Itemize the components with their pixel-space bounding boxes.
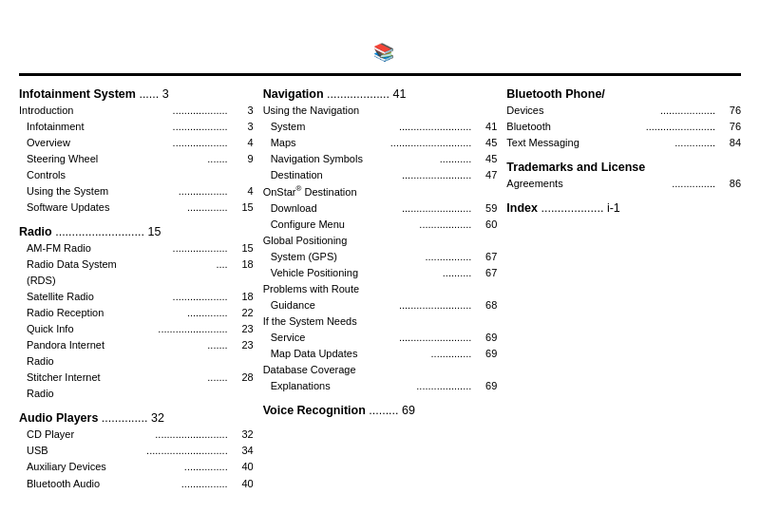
toc-entry: Agreements ...............86 — [506, 176, 741, 192]
entry-label: System (GPS) — [263, 249, 371, 265]
entry-label: Radio Reception — [19, 305, 127, 321]
toc-entry: Using the Navigation — [263, 103, 498, 119]
entry-label: AM-FM Radio — [19, 240, 127, 256]
entry-page: 23 — [231, 337, 254, 370]
entry-page: 34 — [231, 443, 254, 459]
toc-entry: Configure Menu ..................60 — [263, 217, 498, 233]
entry-page: 4 — [231, 135, 254, 151]
entry-dots: ............... — [127, 459, 228, 475]
book-icon: 📚 — [373, 43, 394, 62]
entry-dots: ........................ — [611, 119, 715, 135]
entry-label: Maps — [263, 135, 371, 151]
entry-page: 86 — [718, 176, 741, 192]
entry-label: Introduction — [19, 103, 124, 119]
entry-dots: .... — [127, 256, 228, 289]
entry-dots: ....... — [127, 337, 228, 370]
entry-dots: ................... — [127, 240, 228, 256]
page-header — [0, 0, 760, 18]
toc-entry: Radio Data System (RDS) ....18 — [19, 256, 254, 289]
entry-page: 45 — [474, 135, 497, 151]
toc-entry: Destination ........................47 — [263, 167, 498, 183]
toc-entry: Explanations ...................69 — [263, 378, 498, 394]
entry-dots: ....... — [127, 370, 228, 402]
entry-page: 41 — [474, 119, 497, 135]
toc-entry: Overview ...................4 — [19, 135, 254, 151]
entry-label: Problems with Route — [263, 281, 498, 297]
section-title: Voice Recognition ......... 69 — [263, 404, 498, 417]
toc-entry: System (GPS) ................67 — [263, 249, 498, 265]
entry-dots: .............. — [127, 200, 228, 216]
entry-page: 23 — [231, 321, 254, 337]
section-title: Index ................... i-1 — [506, 201, 741, 215]
entry-label: Overview — [19, 135, 127, 151]
toc-entry: Quick Info ........................23 — [19, 321, 254, 337]
entry-label: CD Player — [19, 427, 127, 443]
entry-label: Bluetooth Audio — [19, 476, 127, 492]
entry-label: Explanations — [263, 378, 371, 394]
entry-label: Pandora Internet Radio — [19, 337, 127, 370]
toc-col2: Navigation ................... 41Using t… — [263, 87, 507, 492]
entry-dots: ................... — [611, 103, 715, 119]
entry-label: Stitcher Internet Radio — [19, 370, 127, 402]
entry-page: 76 — [718, 119, 741, 135]
toc-entry: Maps ............................45 — [263, 135, 498, 151]
title-area: 📚 — [19, 18, 741, 76]
entry-page: 45 — [474, 151, 497, 167]
toc-col3: Bluetooth Phone/Devices ................… — [506, 87, 741, 492]
toc-entry: Software Updates ..............15 — [19, 200, 254, 216]
entry-dots: ............... — [611, 176, 715, 192]
entry-page: 60 — [474, 217, 497, 233]
entry-label: Service — [263, 330, 371, 346]
entry-label: Configure Menu — [263, 217, 371, 233]
entry-label: Steering Wheel Controls — [19, 151, 127, 183]
entry-page: 18 — [231, 289, 254, 305]
entry-label: Devices — [506, 103, 611, 119]
toc-entry: AM-FM Radio ...................15 — [19, 240, 254, 256]
entry-page: 67 — [474, 249, 497, 265]
entry-page: 18 — [231, 256, 254, 289]
entry-label: Map Data Updates — [263, 346, 371, 362]
section-title: Radio ........................... 15 — [19, 225, 254, 238]
toc-entry: Service .........................69 — [263, 330, 498, 346]
entry-label: Destination — [263, 167, 371, 183]
entry-dots: ................... — [127, 119, 228, 135]
entry-label: OnStar® Destination — [263, 183, 498, 200]
entry-dots: ........................ — [127, 321, 228, 337]
entry-page: 69 — [474, 330, 497, 346]
entry-dots: ................... — [124, 103, 228, 119]
entry-page: 84 — [718, 135, 741, 151]
entry-page: 15 — [231, 240, 254, 256]
toc-entry: Database Coverage — [263, 362, 498, 378]
entry-page: 3 — [231, 103, 254, 119]
entry-label: Download — [263, 200, 371, 217]
toc-entry: USB ............................34 — [19, 443, 254, 459]
entry-dots: ................... — [371, 378, 472, 394]
section-title: Bluetooth Phone/ — [506, 87, 741, 101]
entry-dots: .......... — [371, 265, 472, 281]
entry-label: USB — [19, 443, 127, 459]
section-title: Infotainment System ...... 3 — [19, 87, 254, 101]
entry-dots: .............. — [611, 135, 715, 151]
toc-entry: Using the System .................4 — [19, 183, 254, 200]
entry-page: 40 — [231, 476, 254, 492]
entry-page: 4 — [231, 183, 254, 200]
entry-dots: ................ — [127, 476, 228, 492]
entry-page: 59 — [474, 200, 497, 217]
toc-entry: Bluetooth ........................76 — [506, 119, 741, 135]
toc-col1: Infotainment System ...... 3Introduction… — [19, 87, 263, 492]
toc-entry: Navigation Symbols ...........45 — [263, 151, 498, 167]
entry-page: 47 — [474, 167, 497, 183]
section-title: Trademarks and License — [506, 161, 741, 174]
toc-content: Infotainment System ...... 3Introduction… — [0, 76, 760, 492]
entry-label: Navigation Symbols — [263, 151, 371, 167]
entry-page: 9 — [231, 151, 254, 183]
entry-page: 68 — [474, 297, 497, 314]
entry-dots: ......................... — [371, 297, 472, 314]
entry-dots: ....... — [127, 151, 228, 183]
entry-label: Satellite Radio — [19, 289, 127, 305]
toc-entry: Auxiliary Devices ...............40 — [19, 459, 254, 475]
entry-label: Radio Data System (RDS) — [19, 256, 127, 289]
entry-dots: ........................ — [371, 200, 472, 217]
entry-dots: .............. — [371, 346, 472, 362]
entry-label: Database Coverage — [263, 362, 498, 378]
